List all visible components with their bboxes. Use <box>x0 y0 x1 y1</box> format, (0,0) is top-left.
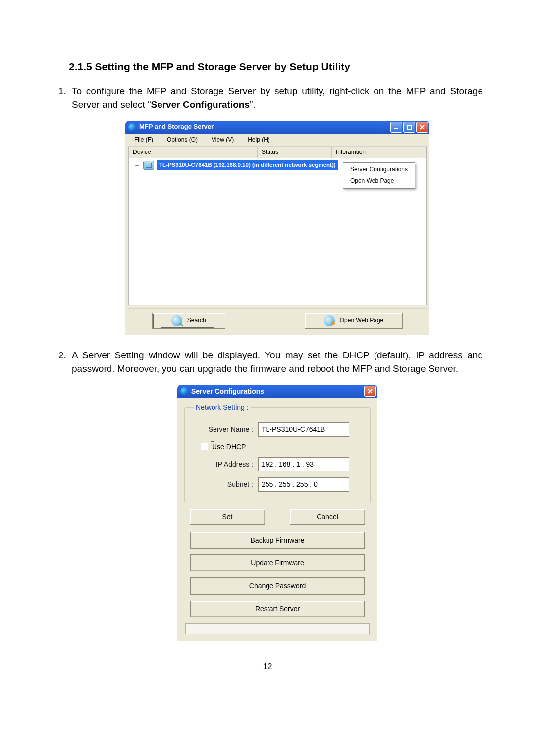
utility-window: MFP and Storage Server <box>125 121 429 335</box>
network-setting-legend: Network Setting : <box>194 403 251 412</box>
set-button[interactable]: Set <box>190 509 265 525</box>
close-icon <box>368 389 373 394</box>
subnet-row: Subnet : 255 . 255 . 255 . 0 <box>194 477 361 491</box>
ip-address-row: IP Address : 192 . 168 . 1 . 93 <box>194 457 361 471</box>
use-dhcp-label: Use DHCP <box>211 442 247 452</box>
open-web-page-button[interactable]: Open Web Page <box>305 313 403 329</box>
close-button[interactable] <box>416 122 428 133</box>
maximize-button[interactable] <box>403 122 415 133</box>
dialog-titlebar: Server Configurations <box>177 385 377 398</box>
step-1-text-post: ”. <box>250 100 256 110</box>
column-headers: Device Status Inforamtion <box>129 147 426 158</box>
update-firmware-button[interactable]: Update Firmware <box>190 554 365 571</box>
app-icon <box>128 123 136 131</box>
server-name-field[interactable]: TL-PS310U-C7641B <box>258 422 349 436</box>
menu-file[interactable]: File (F) <box>128 135 159 145</box>
search-button[interactable]: Search <box>152 313 225 329</box>
backup-firmware-button[interactable]: Backup Firmware <box>190 532 365 549</box>
footer-bar: Search Open Web Page <box>128 308 427 335</box>
minimize-button[interactable] <box>390 122 402 133</box>
menu-view[interactable]: View (V) <box>206 135 240 145</box>
dialog-body: Network Setting : Server Name : TL-PS310… <box>177 398 377 641</box>
col-device[interactable]: Device <box>129 147 258 158</box>
server-config-dialog: Server Configurations Network Setting : <box>177 385 377 641</box>
step-2-text: A Server Setting window will be displaye… <box>72 350 483 374</box>
utility-window-figure: MFP and Storage Server <box>72 121 483 335</box>
subnet-label: Subnet : <box>194 479 258 489</box>
device-label-selected: TL-PS310U-C7641B (192.168.0.10) (in diff… <box>157 160 338 170</box>
step-2: A Server Setting window will be displaye… <box>69 349 483 641</box>
step-1-text-pre: To configure the MFP and Storage Server … <box>72 86 483 110</box>
search-button-label: Search <box>187 316 206 325</box>
step-1: To configure the MFP and Storage Server … <box>69 84 483 334</box>
use-dhcp-row: Use DHCP <box>201 442 361 452</box>
menu-help[interactable]: Help (H) <box>242 135 276 145</box>
step-1-text-bold: Server Configurations <box>151 100 250 110</box>
server-name-label: Server Name : <box>194 424 258 434</box>
document-page: 2.1.5 Setting the MFP and Storage Server… <box>0 0 535 693</box>
close-icon <box>420 125 425 130</box>
section-heading: 2.1.5 Setting the MFP and Storage Server… <box>69 59 483 74</box>
server-name-row: Server Name : TL-PS310U-C7641B <box>194 422 361 436</box>
menu-options[interactable]: Options (O) <box>161 135 204 145</box>
search-icon <box>171 315 182 326</box>
window-controls <box>390 122 428 133</box>
tree-collapse-icon[interactable]: – <box>134 162 140 168</box>
ip-address-field[interactable]: 192 . 168 . 1 . 93 <box>258 457 349 471</box>
page-number: 12 <box>52 661 483 673</box>
instruction-list: To configure the MFP and Storage Server … <box>52 84 483 641</box>
change-password-button[interactable]: Change Password <box>190 577 365 594</box>
svg-rect-0 <box>394 128 398 129</box>
subnet-field[interactable]: 255 . 255 . 255 . 0 <box>258 477 349 491</box>
maximize-icon <box>407 125 412 130</box>
server-config-figure: Server Configurations Network Setting : <box>72 385 483 641</box>
app-icon <box>180 387 188 395</box>
ctx-open-web-page[interactable]: Open Web Page <box>344 175 414 187</box>
set-cancel-row: Set Cancel <box>184 509 371 525</box>
titlebar: MFP and Storage Server <box>125 121 429 134</box>
ctx-server-configurations[interactable]: Server Configurations <box>344 164 414 175</box>
window-title: MFP and Storage Server <box>139 122 214 132</box>
ip-address-label: IP Address : <box>194 459 258 469</box>
col-information[interactable]: Inforamtion <box>332 147 426 158</box>
svg-rect-1 <box>407 125 411 129</box>
cancel-button[interactable]: Cancel <box>290 509 365 525</box>
context-menu: Server Configurations Open Web Page <box>343 162 415 189</box>
status-field <box>185 623 370 634</box>
dialog-title: Server Configurations <box>191 386 264 396</box>
network-setting-group: Network Setting : Server Name : TL-PS310… <box>184 403 371 503</box>
dialog-close-button[interactable] <box>364 386 376 397</box>
col-status[interactable]: Status <box>258 147 332 158</box>
globe-icon <box>324 315 335 326</box>
use-dhcp-checkbox[interactable] <box>201 443 208 450</box>
open-web-page-label: Open Web Page <box>340 316 384 325</box>
device-list: Device Status Inforamtion – TL-PS310U-C7… <box>128 146 427 305</box>
minimize-icon <box>394 125 399 130</box>
restart-server-button[interactable]: Restart Server <box>190 601 365 617</box>
menubar: File (F) Options (O) View (V) Help (H) <box>125 134 429 146</box>
server-icon <box>143 161 154 170</box>
